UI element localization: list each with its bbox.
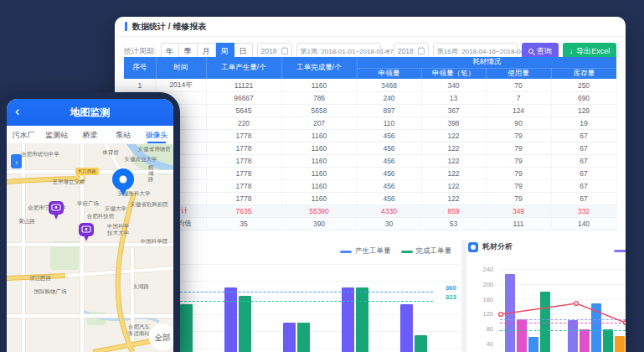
subcol-header-3: 使用量 xyxy=(486,68,551,79)
map-label: 国际购物广场 xyxy=(34,288,67,295)
legend-item[interactable]: 完成工单量 xyxy=(401,246,452,256)
col-header-created: 工单产生量/个 xyxy=(206,57,281,79)
table-row: 2202071103989019 xyxy=(124,116,616,129)
bar xyxy=(224,287,237,352)
phone-tab[interactable]: 污水厂 xyxy=(7,126,40,143)
col-header-time: 时间 xyxy=(156,57,206,79)
svg-text:全部: 全部 xyxy=(155,333,171,342)
period-label: 统计周期: xyxy=(124,46,157,57)
report-table: 序号 时间 工单产生量/个 工单完成量/个 耗材情况 申领量 申领量（笔） 使用… xyxy=(124,57,617,230)
map-label: 长江西路 xyxy=(78,168,97,174)
bar xyxy=(342,287,354,352)
consumable-chart-title-text: 耗材分析 xyxy=(482,241,513,252)
map-expander[interactable]: › xyxy=(11,154,22,168)
end-year-value: 2018 xyxy=(398,47,414,55)
map-label: 合肥科技馆 xyxy=(87,213,115,220)
subcol-header-2: 申领量（笔） xyxy=(421,68,486,79)
table-row: 177811604561227967 xyxy=(124,154,616,167)
table-row: 177811604561227967 xyxy=(124,179,616,192)
table-row: 56455658897367124129 xyxy=(124,104,616,116)
consumable-chart: 耗材分析 2402001601208040 xyxy=(466,240,626,352)
bar xyxy=(356,287,368,352)
map-label: 城 xyxy=(148,170,154,176)
calendar-icon xyxy=(281,48,288,54)
map-label: 技术大学 xyxy=(106,230,130,236)
map-label: 安徽省博物馆 xyxy=(138,146,172,153)
breadcrumb-accent xyxy=(125,22,127,31)
reference-line-label: 323 xyxy=(446,293,456,301)
map-label: 中国科学 xyxy=(107,223,130,229)
table-row: 12014年111211160346834070250 xyxy=(124,79,616,91)
svg-text:›: › xyxy=(15,158,18,167)
phone-tab-bar: 污水厂监测站桥梁泵站摄像头 xyxy=(7,126,173,144)
search-icon xyxy=(528,49,533,54)
table-row: 177811604561227967 xyxy=(124,192,616,204)
bar xyxy=(180,304,193,352)
map-label: 中国科学院 xyxy=(141,238,168,245)
export-button-label: 导出Excel xyxy=(576,46,610,57)
map-label: 太湖路 xyxy=(132,283,149,290)
map-canvas[interactable]: 合肥市琥珀中学体育馆安徽农业大学安徽省博物馆长江西路五里墩立交桥桐城路安徽医科大… xyxy=(7,144,173,352)
breadcrumb: 数据统计 / 维修报表 xyxy=(132,21,206,33)
subcol-header-1: 申领量 xyxy=(357,68,421,79)
map-label: 学府广场 xyxy=(77,200,99,207)
total-row: 合计7635553904330859349332 xyxy=(124,204,616,217)
phone-tab[interactable]: 监测站 xyxy=(40,126,74,143)
bar xyxy=(415,335,427,352)
bar xyxy=(297,323,310,352)
map-label: 五里墩立交桥 xyxy=(53,179,86,185)
bar xyxy=(239,296,251,352)
average-row: 平均值353903053111140 xyxy=(124,217,616,230)
map-label: 黄山路 xyxy=(18,218,35,225)
download-icon: ↓ xyxy=(569,48,574,55)
map-label: 安徽大学 xyxy=(105,205,127,212)
calendar-icon xyxy=(418,48,425,54)
back-icon[interactable]: ‹ xyxy=(15,99,19,124)
dashboard-card: 数据统计 / 维修报表 统计周期: 年季月周日 2018 第1周: 2018-0… xyxy=(115,17,626,352)
map-label: 合肥汽车 xyxy=(128,324,151,330)
table-row: 177811604561227967 xyxy=(124,167,616,179)
legend-item[interactable]: 产生工单量 xyxy=(340,246,391,256)
map-label: 客运南站 xyxy=(128,330,151,337)
start-year-value: 2018 xyxy=(261,47,277,55)
map-label: 路 xyxy=(148,176,154,183)
search-button-label: 查询 xyxy=(537,46,552,57)
chart-legend: 产生工单量完成工单量 xyxy=(340,246,451,256)
map-view[interactable]: 合肥市琥珀中学体育馆安徽农业大学安徽省博物馆长江西路五里墩立交桥桐城路安徽医科大… xyxy=(7,144,173,352)
phone-title: 地图监测 xyxy=(70,106,111,120)
trend-line xyxy=(466,240,626,352)
table-row: 177811604561227967 xyxy=(124,129,616,142)
subcol-header-4: 库存量 xyxy=(551,68,616,79)
map-label: 合肥市琥珀中学 xyxy=(21,151,59,158)
map-label: 安徽省歌舞剧院 xyxy=(130,201,168,208)
legend-swatch xyxy=(340,251,352,253)
consumable-chart-title: 耗材分析 xyxy=(468,241,513,252)
map-label: 体育馆 xyxy=(102,149,119,156)
phone-tab[interactable]: 摄像头 xyxy=(140,126,173,143)
map-label: 望江西路 xyxy=(29,275,52,282)
phone-tab[interactable]: 泵站 xyxy=(106,126,140,143)
range-separator: ~ xyxy=(385,47,389,55)
phone-mockup: ‹ 地图监测 污水厂监测站桥梁泵站摄像头 xyxy=(0,92,180,352)
col-header-completed: 工单完成量/个 xyxy=(281,57,357,79)
pie-chart-icon xyxy=(468,242,478,252)
phone-header: ‹ 地图监测 xyxy=(7,99,173,126)
breadcrumb-bar: 数据统计 / 维修报表 xyxy=(115,17,626,37)
col-header-index: 序号 xyxy=(124,57,156,79)
bar xyxy=(283,323,296,352)
bar xyxy=(400,304,413,352)
legend-swatch xyxy=(401,251,413,253)
consumable-chart-legend-dash xyxy=(614,250,626,252)
reference-line-label: 360 xyxy=(446,284,456,292)
col-group-consumables: 耗材情况 xyxy=(357,57,616,68)
phone-screen: ‹ 地图监测 污水厂监测站桥梁泵站摄像头 xyxy=(7,99,173,352)
map-label: 安徽农业大学 xyxy=(125,156,158,163)
phone-tab[interactable]: 桥梁 xyxy=(74,126,107,143)
table-row: 177811604561227967 xyxy=(124,142,616,154)
table-row: 96667786240137690 xyxy=(124,91,616,104)
